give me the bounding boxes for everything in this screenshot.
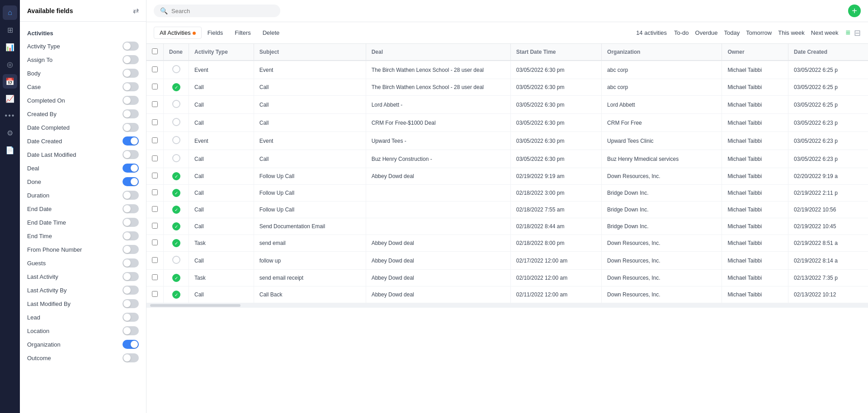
row-checkbox[interactable] (152, 137, 158, 143)
row-checkbox[interactable] (152, 119, 158, 125)
row-checkbox[interactable] (152, 291, 158, 297)
tab-filters[interactable]: Filters (229, 27, 256, 39)
table-body: Event Event The Birch Wathen Lenox Schoo… (146, 61, 868, 303)
owner-cell: Michael Taibbi (722, 132, 788, 150)
filter-to-do[interactable]: To-do (674, 29, 689, 36)
tab-fields[interactable]: Fields (202, 27, 229, 39)
activity-type-cell: Call (189, 96, 254, 114)
done-indicator[interactable]: ✓ (172, 172, 180, 180)
field-toggle[interactable] (123, 272, 139, 281)
add-button[interactable]: + (848, 5, 861, 17)
field-toggle[interactable] (123, 326, 139, 335)
home-icon[interactable]: ⌂ (3, 5, 17, 20)
field-toggle[interactable] (123, 204, 139, 213)
field-toggle[interactable] (123, 69, 139, 78)
filter-this-week[interactable]: This week (778, 29, 805, 36)
field-toggle[interactable] (123, 96, 139, 105)
field-toggle[interactable] (123, 245, 139, 254)
docs-icon[interactable]: 📄 (3, 143, 17, 157)
done-indicator[interactable]: ✓ (172, 291, 180, 299)
grid-view-icon[interactable]: ⊟ (854, 28, 861, 38)
subject-cell: Call (254, 96, 366, 114)
done-indicator[interactable]: ✓ (172, 189, 180, 197)
filter-next-week[interactable]: Next week (811, 29, 839, 36)
field-toggle[interactable] (123, 299, 139, 308)
settings-icon[interactable]: ⚙ (3, 126, 17, 140)
table-row: ✓ Call Call The Birch Wathen Lenox Schoo… (146, 79, 868, 96)
row-checkbox[interactable] (152, 101, 158, 107)
target-icon[interactable]: ◎ (3, 57, 17, 71)
field-toggle[interactable] (123, 177, 139, 186)
field-toggle[interactable] (123, 55, 139, 64)
field-toggle[interactable] (123, 123, 139, 132)
toolbar-right: 14 activities To-doOverdueTodayTomorrowT… (636, 28, 861, 38)
activity-type-cell: Call (189, 252, 254, 270)
list-view-icon[interactable]: ≡ (845, 28, 850, 38)
row-checkbox-cell (146, 168, 164, 185)
org-cell: Down Resources, Inc. (602, 286, 722, 303)
done-cell: ✓ (164, 270, 189, 286)
row-checkbox[interactable] (152, 173, 158, 178)
deal-cell: Abbey Dowd deal (366, 168, 510, 185)
field-toggle[interactable] (123, 218, 139, 227)
select-all-checkbox[interactable] (152, 48, 158, 54)
done-indicator[interactable]: ✓ (172, 274, 180, 282)
done-indicator[interactable] (172, 136, 180, 144)
field-row: Date Last Modified (20, 148, 146, 161)
done-indicator[interactable] (172, 154, 180, 162)
start-date-cell: 02/18/2022 8:44 am (510, 218, 601, 235)
row-checkbox[interactable] (152, 66, 158, 72)
row-checkbox-cell (146, 114, 164, 132)
tab-all-activities[interactable]: All Activities (154, 27, 202, 39)
owner-cell: Michael Taibbi (722, 96, 788, 114)
row-checkbox[interactable] (152, 239, 158, 245)
field-toggle[interactable] (123, 258, 139, 268)
sidebar: Available fields ⇄ Activities Activity T… (20, 0, 146, 413)
tab-delete[interactable]: Delete (257, 27, 286, 39)
done-indicator[interactable]: ✓ (172, 83, 180, 91)
start-date-cell: 02/11/2022 12:00 am (510, 286, 601, 303)
row-checkbox[interactable] (152, 84, 158, 89)
row-checkbox[interactable] (152, 155, 158, 161)
search-input[interactable] (171, 8, 274, 14)
field-toggle[interactable] (123, 164, 139, 173)
more-icon[interactable]: ••• (3, 108, 17, 123)
done-cell: ✓ (164, 202, 189, 218)
filter-today[interactable]: Today (724, 29, 740, 36)
field-label: Last Activity (27, 273, 58, 280)
done-indicator[interactable]: ✓ (172, 206, 180, 214)
horizontal-scrollbar[interactable] (146, 303, 868, 308)
col-start-date: Start Date Time (510, 44, 601, 61)
filter-overdue[interactable]: Overdue (695, 29, 718, 36)
field-toggle[interactable] (123, 82, 139, 91)
done-indicator[interactable] (172, 100, 180, 108)
field-toggle[interactable] (123, 136, 139, 145)
field-toggle[interactable] (123, 150, 139, 159)
row-checkbox[interactable] (152, 223, 158, 229)
field-toggle[interactable] (123, 313, 139, 322)
calendar-icon[interactable]: 📅 (3, 74, 17, 89)
done-indicator[interactable]: ✓ (172, 239, 180, 247)
row-checkbox[interactable] (152, 274, 158, 280)
field-toggle[interactable] (123, 286, 139, 295)
row-checkbox[interactable] (152, 189, 158, 195)
field-toggle[interactable] (123, 191, 139, 200)
field-toggle[interactable] (123, 231, 139, 240)
analytics-icon[interactable]: 📈 (3, 91, 17, 106)
field-toggle[interactable] (123, 340, 139, 349)
field-toggle[interactable] (123, 109, 139, 118)
sort-icon[interactable]: ⇄ (133, 6, 139, 15)
field-toggle[interactable] (123, 353, 139, 362)
activity-type-cell: Call (189, 202, 254, 218)
done-indicator[interactable] (172, 65, 180, 73)
filter-tomorrow[interactable]: Tomorrow (746, 29, 772, 36)
row-checkbox[interactable] (152, 257, 158, 263)
field-row: Outcome (20, 351, 146, 365)
done-indicator[interactable] (172, 256, 180, 264)
done-indicator[interactable]: ✓ (172, 222, 180, 230)
field-toggle[interactable] (123, 42, 139, 51)
grid-icon[interactable]: ⊞ (3, 23, 17, 37)
row-checkbox[interactable] (152, 206, 158, 212)
chart-icon[interactable]: 📊 (3, 40, 17, 54)
done-indicator[interactable] (172, 118, 180, 126)
